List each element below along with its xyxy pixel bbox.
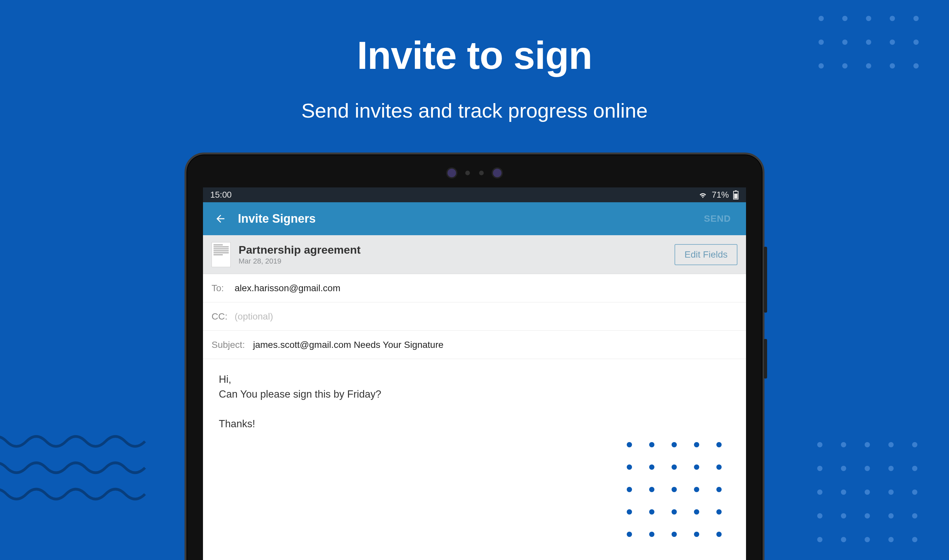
document-title: Partnership agreement	[239, 243, 675, 256]
wifi-icon	[698, 191, 708, 199]
to-field-row[interactable]: To: alex.harisson@gmail.com	[203, 274, 746, 302]
hero-subtitle: Send invites and track progress online	[0, 99, 949, 122]
decorative-dots-mid-right	[817, 442, 917, 542]
decorative-dots-over-tablet	[627, 442, 722, 537]
battery-icon	[733, 191, 739, 200]
to-label: To:	[211, 283, 228, 294]
decorative-dots-top-right	[818, 16, 919, 69]
tablet-side-button	[764, 339, 767, 378]
status-time: 15:00	[210, 190, 232, 200]
tablet-camera-bar	[186, 166, 763, 180]
svg-rect-2	[734, 193, 738, 198]
document-date: Mar 28, 2019	[239, 257, 675, 266]
decorative-waves	[0, 428, 152, 527]
back-arrow-icon	[214, 213, 226, 225]
message-body[interactable]: Hi, Can You please sign this by Friday? …	[203, 359, 746, 445]
subject-label: Subject:	[211, 340, 246, 350]
subject-value: james.scott@gmail.com Needs Your Signatu…	[253, 340, 738, 350]
status-battery-percent: 71%	[712, 190, 729, 200]
to-value: alex.harisson@gmail.com	[235, 283, 738, 294]
cc-label: CC:	[211, 311, 228, 322]
app-header-title: Invite Signers	[238, 212, 699, 226]
document-thumbnail-icon	[211, 242, 231, 267]
edit-fields-button[interactable]: Edit Fields	[675, 244, 738, 265]
send-button[interactable]: SEND	[699, 210, 736, 227]
status-bar: 15:00 71%	[203, 188, 746, 202]
back-button[interactable]	[213, 211, 228, 226]
cc-field-row[interactable]: CC: (optional)	[203, 302, 746, 331]
cc-placeholder: (optional)	[235, 311, 738, 322]
hero-title: Invite to sign	[0, 33, 949, 78]
app-header: Invite Signers SEND	[203, 202, 746, 235]
document-row: Partnership agreement Mar 28, 2019 Edit …	[203, 235, 746, 274]
subject-field-row[interactable]: Subject: james.scott@gmail.com Needs You…	[203, 331, 746, 359]
tablet-side-button	[764, 247, 767, 312]
